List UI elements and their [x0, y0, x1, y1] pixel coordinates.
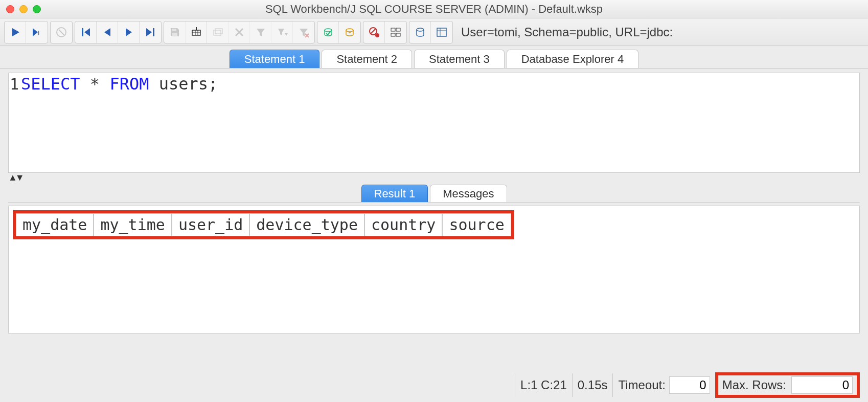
- svg-rect-12: [172, 33, 177, 36]
- insert-row-button[interactable]: [186, 21, 207, 43]
- maximize-button[interactable]: [33, 5, 41, 13]
- svg-point-32: [375, 33, 379, 37]
- svg-line-4: [59, 30, 64, 35]
- result-grid[interactable]: my_date my_time user_id device_type coun…: [8, 206, 860, 333]
- svg-rect-11: [172, 29, 176, 31]
- maxrows-label: Max. Rows:: [722, 378, 786, 392]
- svg-rect-5: [82, 28, 83, 36]
- window-controls: [6, 5, 41, 13]
- svg-marker-1: [33, 28, 38, 36]
- svg-rect-34: [391, 33, 395, 36]
- sql-code[interactable]: SELECT * FROM users;: [21, 73, 218, 172]
- highlighted-max-rows: Max. Rows:: [715, 372, 860, 398]
- append-results-button[interactable]: [385, 21, 406, 43]
- timeout-section: Timeout:: [612, 373, 715, 397]
- column-header[interactable]: my_time: [94, 213, 171, 236]
- svg-marker-9: [146, 28, 152, 36]
- elapsed-time: 0.15s: [572, 373, 613, 397]
- statement-tabs: Statement 1 Statement 2 Statement 3 Data…: [0, 46, 868, 69]
- commit-button[interactable]: [317, 21, 339, 43]
- svg-rect-36: [396, 33, 400, 36]
- splitter-arrows-icon: ▲▼: [8, 172, 22, 183]
- next-button[interactable]: [118, 21, 140, 43]
- tab-db-explorer[interactable]: Database Explorer 4: [507, 50, 639, 68]
- svg-rect-35: [396, 28, 400, 31]
- svg-marker-8: [126, 28, 132, 36]
- highlighted-column-headers: my_date my_time user_id device_type coun…: [13, 210, 514, 239]
- execute-button[interactable]: [5, 21, 26, 43]
- first-button[interactable]: [75, 21, 97, 43]
- svg-point-29: [346, 29, 353, 32]
- tab-statement-2[interactable]: Statement 2: [322, 50, 412, 68]
- prev-button[interactable]: [97, 21, 118, 43]
- rollback-button[interactable]: [339, 21, 360, 43]
- column-header[interactable]: device_type: [249, 213, 364, 236]
- svg-marker-22: [257, 29, 265, 36]
- sql-text: *: [80, 74, 110, 94]
- svg-rect-19: [215, 29, 222, 34]
- filter-button[interactable]: [250, 21, 271, 43]
- close-button[interactable]: [6, 5, 14, 13]
- timeout-input[interactable]: [669, 376, 710, 394]
- tab-statement-3[interactable]: Statement 3: [414, 50, 505, 68]
- line-number-gutter: 1: [9, 73, 21, 172]
- column-header[interactable]: my_date: [16, 213, 94, 236]
- sql-text: users;: [149, 74, 218, 94]
- delete-row-button[interactable]: [229, 21, 250, 43]
- svg-rect-10: [153, 28, 154, 36]
- stop-button[interactable]: [51, 21, 72, 43]
- svg-point-37: [417, 28, 424, 31]
- timeout-label: Timeout:: [618, 378, 665, 392]
- svg-marker-24: [285, 33, 288, 36]
- svg-marker-23: [278, 29, 284, 35]
- minimize-button[interactable]: [19, 5, 28, 13]
- svg-rect-38: [437, 28, 446, 36]
- sql-keyword: FROM: [109, 74, 149, 94]
- splitter-handle[interactable]: ▲▼: [8, 173, 860, 182]
- tab-result-1[interactable]: Result 1: [361, 185, 428, 202]
- tab-messages[interactable]: Messages: [430, 185, 507, 202]
- execute-current-button[interactable]: I: [26, 21, 48, 43]
- save-button[interactable]: [164, 21, 186, 43]
- svg-marker-7: [104, 28, 110, 36]
- result-tabs: Result 1 Messages: [8, 182, 860, 203]
- svg-marker-6: [84, 28, 90, 36]
- maxrows-input[interactable]: [791, 376, 853, 394]
- cursor-position: L:1 C:21: [515, 373, 572, 397]
- show-db-tree-button[interactable]: [431, 21, 452, 43]
- sql-editor[interactable]: 1 SELECT * FROM users;: [8, 73, 860, 173]
- ignore-errors-button[interactable]: [363, 21, 385, 43]
- column-header[interactable]: country: [364, 213, 442, 236]
- svg-rect-18: [214, 30, 221, 35]
- clear-filter-button[interactable]: [293, 21, 314, 43]
- filter-dropdown-button[interactable]: [271, 21, 293, 43]
- svg-text:I: I: [38, 30, 39, 37]
- toolbar: I: [0, 18, 868, 46]
- svg-line-31: [371, 29, 376, 34]
- titlebar: SQL Workbench/J SQL COURSE SERVER (ADMIN…: [0, 0, 868, 18]
- show-db-explorer-button[interactable]: [409, 21, 431, 43]
- column-header[interactable]: source: [442, 213, 511, 236]
- maxrows-section: Max. Rows:: [715, 373, 860, 397]
- sql-keyword: SELECT: [21, 74, 80, 94]
- window-title: SQL Workbench/J SQL COURSE SERVER (ADMIN…: [265, 3, 603, 16]
- status-bar: L:1 C:21 0.15s Timeout: Max. Rows:: [8, 373, 860, 397]
- tab-statement-1[interactable]: Statement 1: [230, 50, 320, 68]
- last-button[interactable]: [140, 21, 161, 43]
- svg-marker-0: [12, 28, 19, 36]
- copy-row-button[interactable]: [207, 21, 229, 43]
- svg-rect-33: [391, 28, 395, 31]
- column-header[interactable]: user_id: [172, 213, 249, 236]
- connection-info: User=tomi, Schema=public, URL=jdbc:: [461, 25, 673, 39]
